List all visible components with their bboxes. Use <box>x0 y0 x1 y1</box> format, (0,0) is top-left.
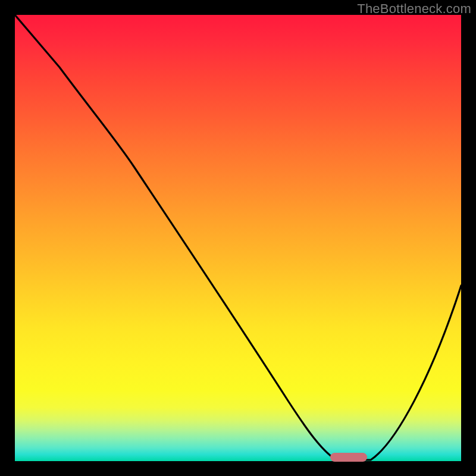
chart-frame: TheBottleneck.com <box>0 0 476 476</box>
watermark-text: TheBottleneck.com <box>357 1 471 17</box>
bottleneck-curve <box>15 15 461 461</box>
plot-area <box>15 15 461 461</box>
curve-path <box>15 15 461 460</box>
optimal-marker <box>330 453 367 462</box>
